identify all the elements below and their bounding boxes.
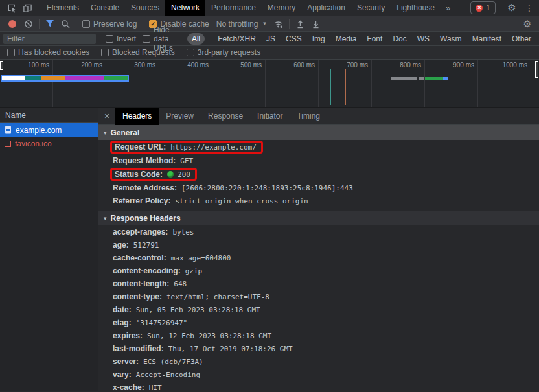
header-row: content-length: 648 (98, 277, 539, 290)
request-name: example.com (16, 126, 62, 135)
type-filter-css[interactable]: CSS (281, 33, 306, 45)
type-filter-other[interactable]: Other (507, 33, 536, 45)
red-annotation-box: Status Code: 200 (110, 168, 197, 181)
has-blocked-cookies-label: Has blocked cookies (18, 48, 89, 57)
third-party-requests-checkbox[interactable]: 3rd-party requests (187, 48, 260, 57)
response-headers-section-header[interactable]: ▾ Response Headers (98, 211, 539, 225)
settings-gear-icon[interactable]: ⚙ (504, 0, 520, 16)
devtools-window: Elements Console Sources Network Perform… (0, 0, 539, 392)
timeline-cell: 300 ms (106, 60, 159, 107)
blocked-requests-label: Blocked Requests (112, 48, 175, 57)
record-network-log-button[interactable] (8, 20, 16, 28)
network-settings-gear-icon[interactable]: ⚙ (520, 16, 535, 32)
preserve-log-checkbox[interactable]: Preserve log (82, 19, 137, 29)
header-value: Sun, 12 Feb 2023 03:28:18 GMT (147, 332, 271, 340)
waterfall-segment-ttfb (104, 76, 128, 80)
detail-tab-timing[interactable]: Timing (290, 108, 327, 125)
tick-label: 300 ms (134, 62, 155, 69)
type-filter-js[interactable]: JS (262, 33, 280, 45)
detail-tab-response[interactable]: Response (201, 108, 250, 125)
resource-type-filters: All Fetch/XHR JS CSS Img Media Font Doc … (187, 33, 536, 45)
import-har-icon[interactable] (292, 16, 308, 32)
waterfall-bar-example-com[interactable] (1, 75, 129, 82)
tick-label: 200 ms (81, 62, 102, 69)
header-row: server: ECS (dcb/7F3A) (98, 355, 539, 368)
header-value: ECS (dcb/7F3A) (143, 358, 203, 366)
tab-application[interactable]: Application (301, 0, 351, 16)
tab-network[interactable]: Network (165, 0, 205, 16)
request-detail-pane: × Headers Preview Response Initiator Tim… (98, 108, 539, 392)
timeline-cell: 900 ms (425, 60, 478, 107)
checkbox-unchecked (187, 49, 194, 56)
header-name: x-cache: (113, 383, 144, 392)
throttling-dropdown[interactable]: No throttling ▼ (216, 19, 268, 29)
header-value: 648 (174, 280, 187, 288)
type-filter-fetch-xhr[interactable]: Fetch/XHR (213, 33, 260, 45)
type-filter-ws[interactable]: WS (413, 33, 434, 45)
header-name: Request URL: (115, 143, 166, 152)
throttling-value: No throttling (216, 19, 258, 29)
type-filter-doc[interactable]: Doc (388, 33, 411, 45)
detail-tab-headers[interactable]: Headers (115, 108, 159, 125)
close-icon[interactable]: × (98, 111, 115, 121)
overview-window-right-handle[interactable] (535, 61, 538, 78)
type-filter-all[interactable]: All (187, 33, 205, 45)
type-filter-manifest[interactable]: Manifest (468, 33, 506, 45)
invert-checkbox[interactable]: Invert (106, 34, 136, 43)
tick-label: 500 ms (240, 62, 262, 69)
waterfall-bar-favicon[interactable] (391, 77, 448, 80)
type-filter-wasm[interactable]: Wasm (435, 33, 466, 45)
header-name: expires: (113, 331, 143, 340)
device-toolbar-icon[interactable] (19, 0, 35, 16)
header-name: last-modified: (113, 344, 164, 353)
header-row: date: Sun, 05 Feb 2023 03:28:18 GMT (98, 303, 539, 316)
type-filter-img[interactable]: Img (308, 33, 330, 45)
overview-window-left-handle[interactable] (0, 61, 3, 70)
timeline-cell: 100 ms (0, 60, 53, 107)
inspect-element-icon[interactable] (4, 0, 19, 16)
filter-funnel-icon[interactable] (42, 16, 58, 32)
tab-lighthouse[interactable]: Lighthouse (391, 0, 441, 16)
header-value: GET (180, 157, 193, 165)
error-count-badge[interactable]: × 1 (470, 1, 496, 14)
tab-console[interactable]: Console (85, 0, 125, 16)
waterfall-segment-stalled (419, 77, 424, 80)
filter-input[interactable] (3, 34, 96, 44)
waterfall-segment-waiting (425, 77, 443, 80)
header-name: Status Code: (115, 170, 163, 179)
request-row-example-com[interactable]: example.com (0, 123, 98, 137)
waterfall-segment-connect (41, 76, 65, 80)
more-tabs-button[interactable]: » (441, 0, 455, 16)
header-name: Referrer Policy: (113, 196, 170, 205)
blocked-requests-checkbox[interactable]: Blocked Requests (101, 48, 175, 57)
tab-security[interactable]: Security (351, 0, 391, 16)
type-filter-font[interactable]: Font (362, 33, 387, 45)
network-overview-timeline[interactable]: 100 ms 200 ms 300 ms 400 ms 500 ms 600 m… (0, 60, 539, 108)
detail-tab-preview[interactable]: Preview (159, 108, 201, 125)
requests-panel: Name example.com favicon.ico 2 requests … (0, 108, 98, 392)
network-conditions-icon[interactable] (271, 16, 286, 32)
search-icon[interactable] (58, 16, 73, 32)
tick-label: 1000 ms (503, 62, 527, 69)
detail-tab-initiator[interactable]: Initiator (250, 108, 290, 125)
tab-performance[interactable]: Performance (205, 0, 262, 16)
timeline-cell: 1000 ms (478, 60, 531, 107)
tab-sources[interactable]: Sources (125, 0, 165, 16)
tab-elements[interactable]: Elements (41, 0, 85, 16)
request-row-favicon[interactable]: favicon.ico (0, 137, 98, 150)
detail-tabbar: × Headers Preview Response Initiator Tim… (98, 108, 539, 125)
has-blocked-cookies-checkbox[interactable]: Has blocked cookies (7, 48, 89, 57)
tab-memory[interactable]: Memory (262, 0, 301, 16)
type-filter-media[interactable]: Media (331, 33, 361, 45)
tick-label: 800 ms (400, 62, 421, 69)
clear-network-log-icon[interactable] (21, 16, 36, 32)
waterfall-segment-stalled (391, 77, 417, 80)
export-har-icon[interactable] (308, 16, 323, 32)
kebab-menu-icon[interactable]: ⋮ (520, 3, 539, 13)
general-section-header[interactable]: ▾ General (98, 125, 539, 140)
header-value: Sun, 05 Feb 2023 03:28:18 GMT (136, 306, 260, 314)
preserve-log-label: Preserve log (93, 19, 137, 29)
waterfall-segment-dns (25, 76, 41, 80)
timeline-cell: 800 ms (372, 60, 425, 107)
name-column-header[interactable]: Name (0, 108, 98, 123)
